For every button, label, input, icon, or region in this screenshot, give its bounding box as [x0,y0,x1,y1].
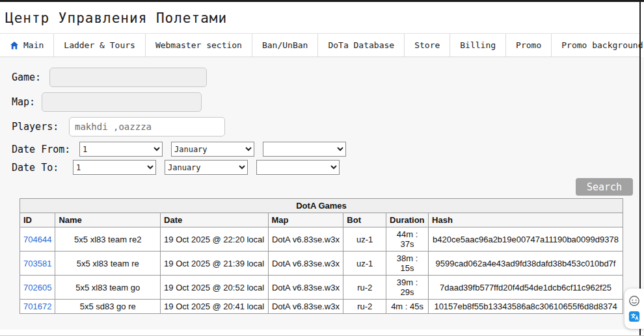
game-id-link[interactable]: 703581 [23,259,51,268]
game-id-link[interactable]: 702605 [23,283,51,292]
col-name: Name [55,213,161,227]
tab-ladder-tours[interactable]: Ladder & Tours [54,34,146,57]
tab-label: Store [414,40,440,50]
cell-map: DotA v6.83se.w3x [268,252,343,276]
cell-id: 702605 [20,276,55,300]
window-right-border [639,2,641,335]
game-label: Game: [12,71,49,83]
tab-store[interactable]: Store [405,34,450,57]
cell-name: 5x5 xl83 team re [55,252,161,276]
cell-hash: 10157eb8f55b13343586a8c30610655f6d8d8374 [429,300,623,314]
date-from-day-select[interactable]: 1 [79,142,163,157]
translate-icon[interactable] [628,311,640,322]
table-caption-row: DotA Games [20,199,623,213]
app-window: Центр Управления Полетами Main Ladder & … [0,0,644,336]
game-id-link[interactable]: 704644 [23,235,51,244]
date-to-month-select[interactable]: January [165,160,248,175]
cell-bot: uz-1 [343,227,386,252]
col-id: ID [20,213,55,227]
tab-label: DoTa Database [328,40,394,50]
date-from-label: Date From: [12,144,79,155]
cell-hash: 7daad39fb577ffd20f4d54de1dcb6cf11c962f25 [429,276,623,300]
players-row: Players: [12,117,639,136]
tab-promo-background[interactable]: Promo background [552,34,644,57]
cell-name: 5x5 xl83 team re2 [55,227,161,252]
cell-date: 19 Oct 2025 @ 20:52 local [161,276,268,300]
cell-hash: 9599cad062a4e43ad9fd38dafd38b453c010bd7f [429,252,623,276]
cell-map: DotA v6.83se.w3x [268,227,343,252]
date-from-row: Date From: 1 January [12,142,639,157]
tab-dota-database[interactable]: DoTa Database [318,34,405,57]
table-row: 701672 5x5 sd83 go re 19 Oct 2025 @ 20:4… [20,300,623,314]
tab-promo[interactable]: Promo [506,34,552,57]
tab-main[interactable]: Main [0,34,54,57]
cell-duration: 44m : 37s [386,227,429,252]
col-bot: Bot [343,213,386,227]
table-row: 704644 5x5 xl83 team re2 19 Oct 2025 @ 2… [20,227,623,252]
game-id-link[interactable]: 701672 [23,302,51,311]
col-hash: Hash [429,213,623,227]
tab-webmaster-section[interactable]: Webmaster section [146,34,252,57]
map-row: Map: [12,92,639,112]
cell-name: 5x5 xl83 team go [55,276,161,300]
main-content: Game: Map: Players: Date From: 1 January… [0,57,644,330]
date-to-day-select[interactable]: 1 [73,160,156,175]
date-to-row: Date To: 1 January [12,160,639,175]
map-label: Map: [12,96,42,108]
game-input[interactable] [49,68,207,87]
col-date: Date [161,213,268,227]
cell-date: 19 Oct 2025 @ 20:41 local [161,300,268,314]
col-map: Map [268,213,343,227]
date-from-year-select[interactable] [263,142,346,157]
date-from-month-select[interactable]: January [171,142,254,157]
page-title: Центр Управления Полетами [0,2,644,33]
cell-id: 704644 [20,227,55,252]
cell-name: 5x5 sd83 go re [55,300,161,314]
nav-tabbar: Main Ladder & Tours Webmaster section Ba… [0,33,639,57]
tab-label: Promo [516,40,541,50]
extension-widget [624,289,644,329]
cell-bot: uz-1 [343,252,386,276]
tab-ban-unban[interactable]: Ban/UnBan [252,34,318,57]
search-row: Search [12,178,639,196]
cell-duration: 4m : 45s [386,300,429,314]
players-input[interactable] [69,117,225,136]
cell-map: DotA v6.83se.w3x [268,276,343,300]
tab-label: Webmaster section [155,40,242,50]
cell-duration: 38m : 15s [386,252,429,276]
cell-date: 19 Oct 2025 @ 22:20 local [161,227,268,252]
cell-id: 703581 [20,252,55,276]
cell-bot: ru-2 [343,300,386,314]
tab-label: Ban/UnBan [262,40,308,50]
table-header-row: ID Name Date Map Bot Duration Hash [20,213,623,227]
date-to-label: Date To: [12,162,73,174]
tab-label: Promo background [561,40,643,50]
players-label: Players: [12,121,69,133]
cell-bot: ru-2 [343,276,386,300]
games-table: DotA Games ID Name Date Map Bot Duration… [20,198,623,314]
table-row: 703581 5x5 xl83 team re 19 Oct 2025 @ 21… [20,252,623,276]
cell-duration: 39m : 29s [386,276,429,300]
date-to-year-select[interactable] [256,160,340,175]
cell-hash: b420ce5aac96a2b19e00747a11190ba0099d9378 [429,227,623,252]
cell-date: 19 Oct 2025 @ 21:39 local [161,252,268,276]
tab-label: Ladder & Tours [64,40,135,50]
search-button[interactable]: Search [576,178,633,196]
tab-label: Main [23,40,44,50]
game-row: Game: [12,68,639,87]
face-icon[interactable] [628,295,640,307]
cell-id: 701672 [20,300,55,314]
cell-map: DotA v6.83se.w3x [268,300,343,314]
home-icon [10,41,19,50]
table-row: 702605 5x5 xl83 team go 19 Oct 2025 @ 20… [20,276,623,300]
tab-label: Billing [460,40,496,50]
map-input[interactable] [42,92,202,112]
table-caption: DotA Games [20,199,623,213]
col-duration: Duration [386,213,429,227]
tab-billing[interactable]: Billing [450,34,506,57]
